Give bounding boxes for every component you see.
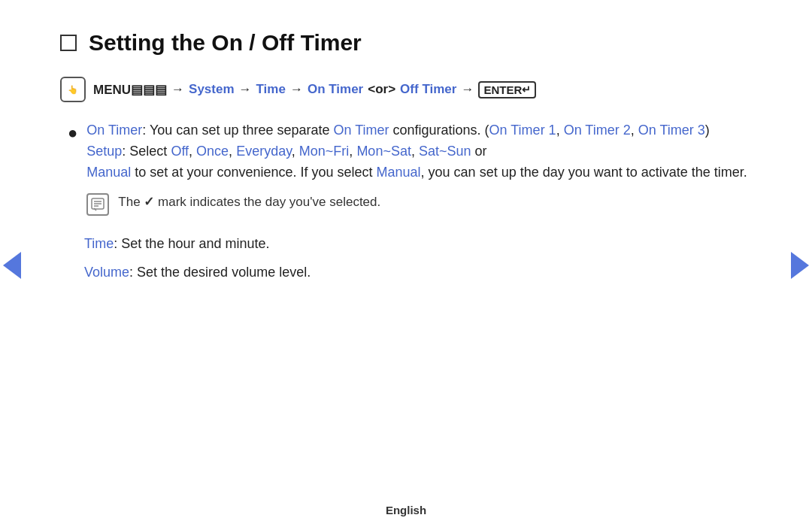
content-area: ● On Timer: You can set up three separat… [68,120,752,283]
setup-label: Setup [86,144,122,159]
on-timer-3-link: On Timer 3 [638,123,705,138]
note-text: The ✓ mark indicates the day you've sele… [118,192,380,212]
setup-or: or [471,144,487,159]
time-label: Time [84,236,114,251]
note-post: mark indicates the day you've selected. [154,195,380,209]
page-title-row: Setting the On / Off Timer [60,30,752,56]
note-icon [86,193,109,216]
enter-label: ENTER↵ [478,81,536,98]
comma-1: , [556,123,564,138]
bullet-content: On Timer: You can set up three separate … [86,120,747,225]
time-line: Time: Set the hour and minute. [84,234,752,255]
menu-touch-icon: 👆 [60,77,86,102]
bullet-item: ● On Timer: You can set up three separat… [68,120,752,225]
once-option: Once [196,144,229,159]
everyday-option: Everyday [236,144,292,159]
footer-text: English [386,504,426,516]
paren: ) [705,123,710,138]
volume-line: Volume: Set the desired volume level. [84,262,752,283]
mon-fri-option: Mon~Fri [299,144,350,159]
manual-option: Manual [86,165,131,180]
off-option: Off [171,144,189,159]
on-timer-desc-2: configurations. ( [389,123,489,138]
menu-label: MENU▤▤▤ [93,82,167,98]
arrow-3: → [290,82,303,97]
on-timer-link-mid: On Timer [334,123,389,138]
mon-sat-option: Mon~Sat [356,144,411,159]
manual-link-2: Manual [377,165,421,180]
on-timer-2-link: On Timer 2 [564,123,631,138]
or-label: <or> [368,82,395,97]
time-label: Time [256,82,286,97]
page-title: Setting the On / Off Timer [89,30,362,56]
on-timer-link-1: On Timer [86,123,142,138]
arrow-1: → [171,82,184,97]
arrow-2: → [239,82,252,97]
on-timer-1-link: On Timer 1 [489,123,556,138]
note-row: The ✓ mark indicates the day you've sele… [86,192,747,216]
setup-desc-1: : Select [122,144,171,159]
off-timer-label: Off Timer [400,82,456,97]
arrow-4: → [461,82,474,97]
bullet-dot: ● [68,122,77,145]
setup-desc-2: to set at your convenience. If you selec… [131,165,376,180]
note-svg-icon [91,198,105,211]
sat-sun-option: Sat~Sun [419,144,471,159]
footer: English [0,504,812,516]
enter-text: ENTER [483,83,522,96]
setup-desc-3: , you can set up the day you want to act… [421,165,747,180]
comma-2: , [631,123,638,138]
on-timer-label: On Timer [308,82,363,97]
time-desc: : Set the hour and minute. [114,236,269,251]
page-container: Setting the On / Off Timer 👆 MENU▤▤▤ → S… [0,0,812,530]
volume-desc: : Set the desired volume level. [129,265,311,280]
volume-label: Volume [84,265,129,280]
on-timer-desc-1: : You can set up three separate [142,123,333,138]
menu-path: 👆 MENU▤▤▤ → System → Time → On Timer <or… [60,77,752,102]
note-pre: The [118,195,144,209]
checkbox-icon [60,35,77,51]
checkmark-symbol: ✓ [144,195,154,209]
system-label: System [189,82,234,97]
